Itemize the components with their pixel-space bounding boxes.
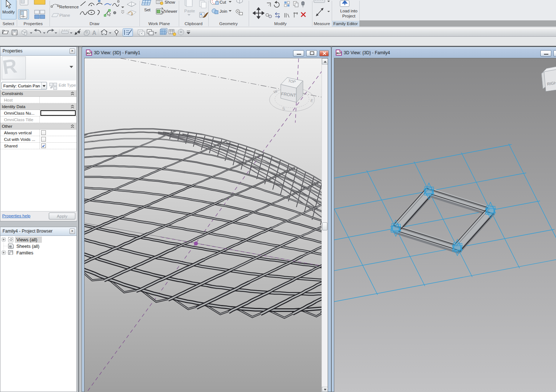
svg-text:Project: Project (342, 14, 356, 18)
svg-text:A: A (92, 30, 96, 36)
svg-text:Join: Join (220, 9, 227, 13)
svg-text:RVT: RVT (336, 52, 342, 55)
svg-text:RVT: RVT (87, 52, 92, 55)
svg-text:S: S (282, 106, 285, 111)
svg-text:E: E (310, 98, 314, 103)
svg-text:Views (all): Views (all) (16, 237, 37, 242)
svg-text:Families: Families (16, 250, 33, 256)
svg-text:Sheets (all): Sheets (all) (16, 244, 39, 249)
svg-text:1: 1 (86, 31, 87, 33)
svg-text:Load into: Load into (340, 9, 357, 13)
svg-text:Cut: Cut (220, 0, 226, 4)
svg-text:W: W (273, 89, 278, 94)
